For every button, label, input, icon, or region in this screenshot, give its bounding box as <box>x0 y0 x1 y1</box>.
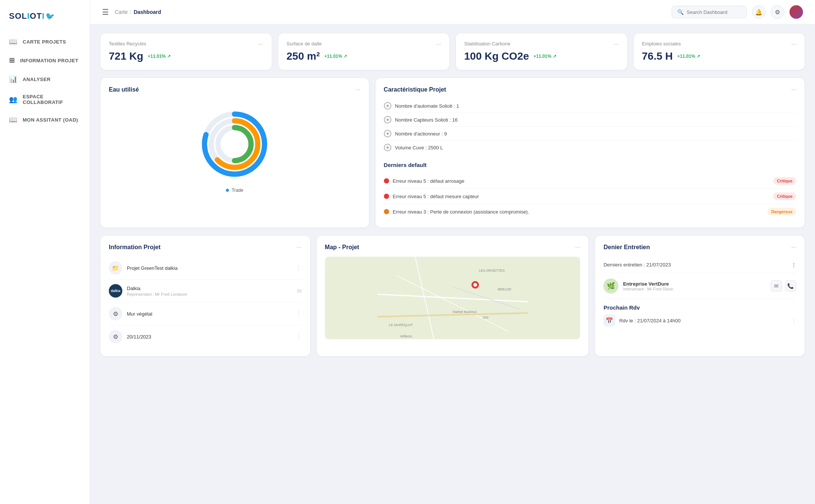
default-dot-2 <box>384 209 389 214</box>
search-box[interactable]: 🔍 <box>672 6 747 18</box>
stat-more-surface[interactable]: ··· <box>436 41 441 48</box>
sidebar-item-analyser[interactable]: 📊 ANALYSER <box>0 70 90 89</box>
header: ☰ Carte / Dashboard 🔍 🔔 ⚙ <box>90 0 815 24</box>
logo-area: SOLIOTI🐦 <box>0 8 90 32</box>
sidebar-item-mon-assistant[interactable]: 📖 MON ASSITANT (OAD) <box>0 110 90 129</box>
stat-trend-surface: +11.01% ↗ <box>324 54 347 59</box>
default-dot-1 <box>384 194 389 199</box>
stat-value-carbone: 100 Kg CO2e <box>464 50 529 62</box>
info-text-0: Projet GreenTest dalkia <box>127 265 291 271</box>
info-name-2: Mur végétal <box>127 311 291 317</box>
espace-collaboratif-icon: 👥 <box>9 95 18 104</box>
info-icon-2: ⚙ <box>109 307 122 320</box>
map-label-sin: SIN <box>483 316 488 319</box>
stat-trend-textiles: +11.01% ↗ <box>148 54 171 59</box>
default-text-2: Erreur niveau 3 : Perte de connexion (as… <box>393 209 764 215</box>
caracteristique-list: Nombre d'automate Solioti : 1 Nombre Cap… <box>384 99 796 154</box>
caracteristique-more[interactable]: ··· <box>791 86 796 93</box>
info-name-3: 20/11/2023 <box>127 334 291 340</box>
sidebar-nav: 📖 CARTE PROJETS ⊞ INFORMATION PROJET 📊 A… <box>0 32 90 129</box>
info-item-more-2[interactable]: ⋮ <box>296 310 302 317</box>
info-item-0: 📁 Projet GreenTest dalkia ⋮ <box>109 257 302 280</box>
info-item-2: ⚙ Mur végétal ⋮ <box>109 302 302 325</box>
info-projet-list: 📁 Projet GreenTest dalkia ⋮ dalkia Dalki… <box>109 257 302 348</box>
map-label-marequat: LE MARÉQUAT <box>389 323 413 327</box>
stat-more-emplois[interactable]: ··· <box>791 41 796 48</box>
notification-button[interactable]: 🔔 <box>752 5 765 19</box>
info-projet-more[interactable]: ··· <box>296 244 301 251</box>
carac-item-2: Nombre d'actionneur : 9 <box>384 127 796 141</box>
entretien-avatar: 🌿 <box>603 278 618 293</box>
prochain-rdv-title: Prochain Rdv <box>603 304 796 311</box>
app-logo: SOLIOTI🐦 <box>9 11 55 21</box>
map-title: Map - Projet <box>325 244 359 251</box>
info-item-more-0[interactable]: ⋮ <box>296 265 302 272</box>
stat-card-surface: Surface de dalle ··· 250 m² +11.01% ↗ <box>278 33 450 70</box>
rdv-row: 📅 Rdv le : 21/07/2024 à 14h00 ⋮ <box>603 314 796 326</box>
info-text-1: Dalkia Representant : Mr Fred Livraison <box>127 286 292 296</box>
info-icon-3: ⚙ <box>109 330 122 343</box>
stat-trend-emplois: +11.01% ↗ <box>677 54 700 59</box>
stat-title-textiles: Textiles Recyclés <box>109 41 146 47</box>
entretien-date-label: Derniers entretien : 21/07/2023 <box>603 262 671 268</box>
sidebar-item-label: ANALYSER <box>23 77 51 82</box>
sidebar: SOLIOTI🐦 📖 CARTE PROJETS ⊞ INFORMATION P… <box>0 0 90 504</box>
entretien-person-name: Entreprise VertDure <box>623 281 673 287</box>
search-input[interactable] <box>687 9 741 15</box>
stat-card-emplois: Emploies sociales ··· 76.5 H +11.01% ↗ <box>634 33 805 70</box>
caracteristique-card: Caractéristique Projet ··· Nombre d'auto… <box>376 78 804 227</box>
eau-utilise-more[interactable]: ··· <box>355 86 360 93</box>
stat-value-surface: 250 m² <box>287 50 320 62</box>
settings-button[interactable]: ⚙ <box>771 5 784 19</box>
sidebar-item-carte-projets[interactable]: 📖 CARTE PROJETS <box>0 32 90 51</box>
entretien-more[interactable]: ··· <box>791 244 796 251</box>
rdv-more[interactable]: ⋮ <box>791 318 796 323</box>
entretien-person-row: 🌿 Entreprise VertDure Intervenant : Mr F… <box>603 273 796 299</box>
hamburger-button[interactable]: ☰ <box>102 8 109 17</box>
stat-more-carbone[interactable]: ··· <box>614 41 618 48</box>
info-item-more-1[interactable]: ✉ <box>297 287 302 295</box>
map-pin-inner <box>473 283 477 287</box>
sidebar-item-espace-collaboratif[interactable]: 👥 ESPACE COLLABORATIF <box>0 89 90 110</box>
stat-card-carbone: Stabilisation Carbone ··· 100 Kg CO2e +1… <box>456 33 627 70</box>
info-sub-1: Representant : Mr Fred Livraison <box>127 292 292 296</box>
defaults-title: Derniers default <box>384 162 796 168</box>
breadcrumb-sep: / <box>130 9 131 15</box>
eau-utilise-card: Eau utilisé ··· <box>101 78 369 227</box>
map-card: Map - Projet ··· LES DROETTES BRE <box>317 236 589 356</box>
sidebar-item-information-projet[interactable]: ⊞ INFORMATION PROJET <box>0 51 90 70</box>
entretien-email-button[interactable]: ✉ <box>771 280 782 292</box>
entretien-date-more[interactable]: ⋮ <box>791 262 796 268</box>
info-name-1: Dalkia <box>127 286 292 291</box>
analyser-icon: 📊 <box>9 75 18 83</box>
badge-dangereux-2: Dangereux <box>767 208 796 215</box>
dalkia-avatar: dalkia <box>109 284 122 298</box>
donut-legend: Trade <box>226 188 243 193</box>
info-icon-0: 📁 <box>109 261 122 275</box>
info-item-more-3[interactable]: ⋮ <box>296 333 302 340</box>
entretien-phone-button[interactable]: 📞 <box>785 280 796 292</box>
middle-row: Eau utilisé ··· <box>101 78 804 227</box>
map-container: LES DROETTES BREUZE Market Baisieux SIN … <box>325 257 580 339</box>
sidebar-item-label: ESPACE COLLABORATIF <box>23 94 81 105</box>
rdv-label: Rdv le : 21/07/2024 à 14h00 <box>619 318 680 323</box>
entretien-person-role: Intervenant : Mr Fred Rison <box>623 287 673 291</box>
donut-container: Trade <box>109 99 361 200</box>
sidebar-item-label: CARTE PROJETS <box>23 39 66 45</box>
map-label-willems: Willems <box>400 334 412 338</box>
legend-dot-blue <box>226 189 229 192</box>
carac-item-1: Nombre Capteurs Solioti : 16 <box>384 113 796 127</box>
carac-icon-1 <box>384 116 391 123</box>
eau-utilise-title: Eau utilisé <box>109 86 139 93</box>
info-item-1: dalkia Dalkia Representant : Mr Fred Liv… <box>109 280 302 302</box>
user-avatar[interactable] <box>789 5 803 19</box>
map-more[interactable]: ··· <box>575 244 580 251</box>
carac-icon-2 <box>384 130 391 137</box>
sidebar-item-label: INFORMATION PROJET <box>20 58 78 63</box>
breadcrumb-parent: Carte <box>115 9 128 15</box>
bottom-row: Information Projet ··· 📁 Projet GreenTes… <box>101 236 804 356</box>
map-label-market: Market Baisieux <box>453 310 477 314</box>
stat-more-textiles[interactable]: ··· <box>258 41 263 48</box>
carac-icon-3 <box>384 144 391 151</box>
entretien-card: Denier Entretien ··· Derniers entretien … <box>595 236 804 356</box>
